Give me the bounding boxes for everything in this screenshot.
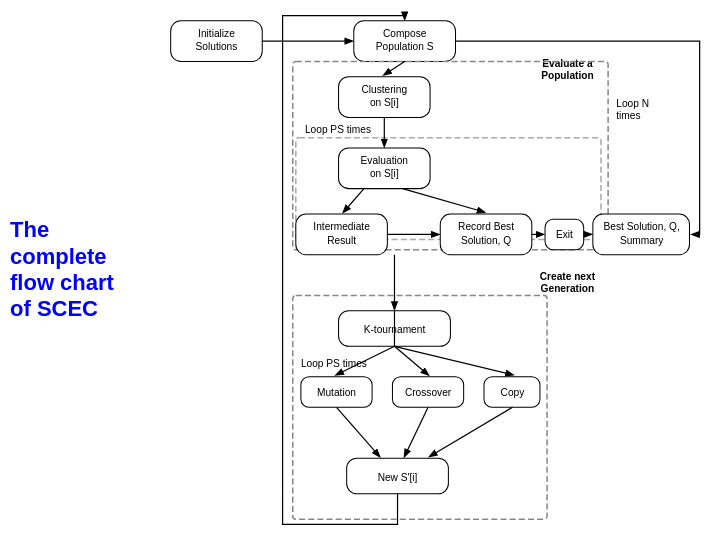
svg-text:on S[i]: on S[i] [370, 97, 399, 108]
svg-text:Result: Result [327, 235, 356, 246]
diagram-area: Initialize Solutions Compose Population … [130, 0, 720, 540]
mutation-node: Mutation [317, 387, 356, 398]
svg-text:Generation: Generation [541, 283, 595, 294]
svg-line-29 [344, 189, 364, 212]
clustering-node: Clustering [361, 84, 407, 95]
svg-text:Solution, Q: Solution, Q [461, 235, 511, 246]
svg-text:Population S: Population S [376, 41, 434, 52]
page-title: The complete flow chart of SCEC [10, 217, 130, 323]
svg-line-27 [384, 61, 404, 74]
svg-line-30 [403, 189, 484, 212]
intermediate-node: Intermediate [313, 221, 370, 232]
exit-node: Exit [556, 229, 573, 240]
svg-text:on S[i]: on S[i] [370, 168, 399, 179]
create-next-label: Create next [540, 271, 596, 282]
record-best-node: Record Best [458, 221, 514, 232]
compose-node: Compose [383, 28, 427, 39]
flowchart-svg: Initialize Solutions Compose Population … [130, 0, 720, 540]
initialize-node: Initialize [198, 28, 235, 39]
page-container: The complete flow chart of SCEC Initiali… [0, 0, 720, 540]
svg-line-39 [337, 407, 380, 456]
loop-ps-outer-label: Loop PS times [305, 124, 371, 135]
best-solution-node: Best Solution, Q, [604, 221, 680, 232]
svg-line-40 [405, 407, 428, 456]
new-s-node: New S'[i] [378, 472, 418, 483]
svg-text:Population: Population [541, 70, 593, 81]
evaluate-label: Evaluate a [542, 58, 593, 69]
loop-ps-inner-label: Loop PS times [301, 358, 367, 369]
left-label-area: The complete flow chart of SCEC [0, 0, 130, 540]
svg-text:Solutions: Solutions [196, 41, 238, 52]
svg-line-41 [430, 407, 512, 456]
copy-node: Copy [501, 387, 526, 398]
svg-text:Summary: Summary [620, 235, 664, 246]
svg-text:times: times [616, 110, 640, 121]
crossover-node: Crossover [405, 387, 452, 398]
evaluation-node: Evaluation [361, 155, 408, 166]
loop-n-label: Loop N [616, 98, 649, 109]
